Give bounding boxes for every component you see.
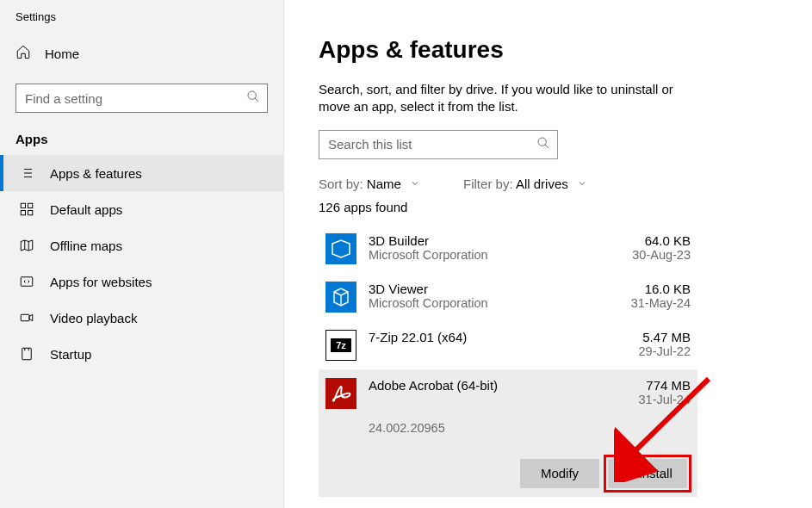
svg-rect-15 — [21, 314, 29, 321]
svg-text:7z: 7z — [336, 340, 346, 350]
sort-label: Sort by: — [319, 177, 363, 191]
sidebar-heading: Apps — [0, 113, 283, 155]
sidebar-item-label: Default apps — [50, 202, 122, 217]
list-icon — [19, 165, 34, 181]
sidebar-item-label: Offline maps — [50, 239, 122, 253]
app-name: 3D Viewer — [369, 282, 631, 296]
window-title: Settings — [0, 10, 283, 35]
svg-rect-10 — [21, 211, 25, 215]
app-name: 3D Builder — [369, 233, 632, 248]
sidebar-item-label: Apps for websites — [50, 275, 152, 289]
app-size: 774 MB — [639, 378, 691, 393]
page-title: Apps & features — [319, 36, 778, 64]
app-row[interactable]: 3D Builder Microsoft Corporation 64.0 KB… — [319, 225, 697, 273]
svg-line-20 — [545, 145, 549, 148]
sidebar-item-video-playback[interactable]: Video playback — [0, 300, 283, 336]
svg-line-1 — [255, 98, 258, 102]
home-link[interactable]: Home — [0, 35, 283, 71]
list-search[interactable] — [319, 130, 558, 159]
app-icon-3d-viewer — [325, 282, 356, 313]
video-icon — [19, 310, 34, 325]
sidebar-item-apps-for-websites[interactable]: Apps for websites — [0, 263, 283, 300]
app-icon-7zip: 7z — [325, 330, 356, 361]
svg-rect-16 — [22, 348, 32, 360]
app-date: 31-May-24 — [631, 296, 691, 310]
app-version: 24.002.20965 — [369, 421, 445, 435]
sidebar-search[interactable] — [15, 84, 268, 113]
filter-control[interactable]: Filter by: All drives — [463, 177, 587, 191]
app-publisher: Microsoft Corporation — [369, 296, 631, 310]
app-size: 16.0 KB — [631, 282, 691, 296]
search-icon — [246, 90, 260, 107]
app-date: 31-Jul-24 — [639, 393, 691, 406]
app-publisher: Microsoft Corporation — [369, 248, 632, 262]
map-icon — [19, 238, 34, 253]
home-label: Home — [45, 46, 79, 61]
web-apps-icon — [19, 274, 34, 289]
chevron-down-icon — [577, 177, 587, 191]
sidebar: Settings Home Apps Apps & features Defau… — [0, 0, 284, 508]
sidebar-search-input[interactable] — [25, 91, 246, 106]
filter-label: Filter by: — [463, 177, 513, 191]
app-name: Adobe Acrobat (64-bit) — [369, 378, 639, 393]
sidebar-item-label: Video playback — [50, 311, 137, 325]
sidebar-item-label: Startup — [50, 347, 91, 362]
svg-rect-14 — [21, 277, 33, 287]
uninstall-button[interactable]: Uninstall — [608, 459, 687, 488]
app-size: 5.47 MB — [639, 330, 691, 344]
app-row[interactable]: 7z 7-Zip 22.01 (x64) 5.47 MB 29-Jul-22 — [319, 321, 697, 369]
sidebar-item-offline-maps[interactable]: Offline maps — [0, 227, 283, 263]
app-row-selected[interactable]: Adobe Acrobat (64-bit) 774 MB 31-Jul-24 … — [319, 369, 697, 497]
svg-point-19 — [538, 138, 546, 146]
svg-rect-8 — [21, 203, 25, 208]
app-row[interactable]: 3D Viewer Microsoft Corporation 16.0 KB … — [319, 273, 697, 321]
sidebar-item-startup[interactable]: Startup — [0, 336, 283, 372]
apps-count: 126 apps found — [319, 200, 778, 214]
sort-value: Name — [367, 177, 401, 191]
sidebar-item-label: Apps & features — [50, 166, 142, 181]
svg-rect-21 — [325, 233, 356, 264]
sidebar-nav: Apps & features Default apps Offline map… — [0, 155, 283, 372]
app-size: 64.0 KB — [632, 233, 691, 248]
app-date: 29-Jul-22 — [639, 344, 691, 358]
app-name: 7-Zip 22.01 (x64) — [369, 330, 639, 344]
startup-icon — [19, 346, 34, 362]
app-icon-acrobat — [325, 378, 356, 409]
app-date: 30-Aug-23 — [632, 248, 691, 262]
app-icon-3d-builder — [325, 233, 356, 264]
svg-rect-11 — [28, 211, 33, 215]
search-icon — [536, 136, 550, 153]
sort-control[interactable]: Sort by: Name — [319, 177, 420, 191]
main-content: Apps & features Search, sort, and filter… — [284, 0, 812, 508]
sidebar-item-default-apps[interactable]: Default apps — [0, 191, 283, 227]
svg-point-0 — [248, 91, 256, 99]
filter-value: All drives — [516, 177, 568, 191]
home-icon — [15, 44, 31, 63]
svg-rect-9 — [28, 203, 33, 208]
page-description: Search, sort, and filter by drive. If yo… — [319, 81, 697, 116]
sidebar-item-apps-features[interactable]: Apps & features — [0, 155, 283, 191]
modify-button[interactable]: Modify — [520, 459, 599, 488]
chevron-down-icon — [410, 177, 420, 191]
list-search-input[interactable] — [328, 137, 536, 152]
defaults-icon — [19, 201, 34, 217]
apps-list: 3D Builder Microsoft Corporation 64.0 KB… — [319, 225, 778, 497]
